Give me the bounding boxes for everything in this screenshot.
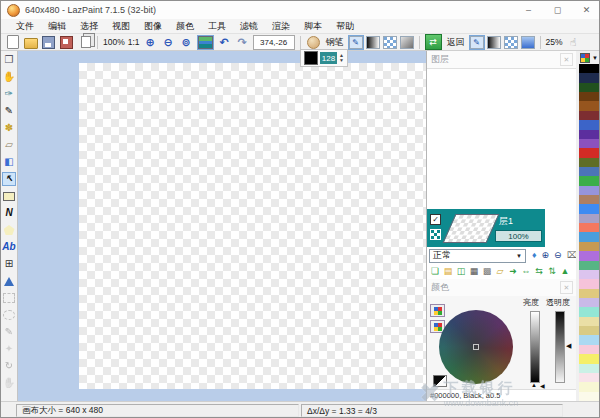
palette-swatch[interactable] — [579, 167, 600, 176]
palette-swatch[interactable] — [579, 130, 600, 139]
back-solid-style-button[interactable] — [521, 36, 535, 49]
pen-fill-style-button[interactable]: ✎ — [349, 36, 363, 49]
pen-tool[interactable]: ✎ — [2, 104, 16, 118]
pen-width-stepper[interactable]: ▲ ▼ — [339, 53, 344, 63]
zoom-level-value[interactable]: 100% — [103, 37, 125, 47]
palette-swatch[interactable] — [579, 92, 600, 101]
zoom-in-button[interactable]: ⊕ — [143, 35, 158, 50]
shift-layer-button[interactable]: ➜ — [507, 266, 519, 278]
palette-swatch[interactable] — [579, 345, 600, 354]
palette-swatch[interactable] — [579, 251, 600, 260]
open-button[interactable] — [23, 35, 38, 50]
text-tool[interactable]: Ab — [2, 240, 16, 254]
back-pattern-style-button[interactable] — [504, 36, 518, 49]
palette-swatch[interactable] — [579, 111, 600, 120]
swap-colors-button[interactable]: ⇄ — [425, 34, 442, 50]
zoom-in-layer-icon[interactable]: ⊕ — [542, 251, 550, 260]
palette-swatch[interactable] — [579, 148, 600, 157]
rotate-layer-button[interactable]: ▲ — [559, 266, 571, 278]
undo-button[interactable]: ↶ — [217, 35, 232, 50]
palette-swatch[interactable] — [579, 223, 600, 232]
palette-swatch[interactable] — [579, 176, 600, 185]
palette-swatch[interactable] — [579, 364, 600, 373]
menu-image[interactable]: 图像 — [137, 19, 169, 33]
menu-filter[interactable]: 滤镜 — [233, 19, 265, 33]
menu-tools[interactable]: 工具 — [201, 19, 233, 33]
palette-swatch[interactable] — [579, 120, 600, 129]
flip-layer-icon[interactable]: ♦ — [532, 251, 537, 260]
layer-row[interactable]: ✓ 层1 100% — [427, 209, 545, 247]
palette-swatch[interactable] — [579, 139, 600, 148]
copy-button[interactable] — [77, 35, 92, 50]
menu-script[interactable]: 脚本 — [297, 19, 329, 33]
tolerance-value[interactable]: 25% — [546, 37, 563, 47]
palette-swatch[interactable] — [579, 392, 600, 401]
erase-layer-button[interactable]: ▱ — [494, 266, 506, 278]
close-button[interactable]: ✕ — [572, 1, 600, 19]
edit-shape-tool[interactable]: ↖ — [2, 172, 16, 186]
palette-swatch[interactable] — [579, 101, 600, 110]
color-wheel[interactable] — [439, 310, 513, 384]
zoom-out-layer-icon[interactable]: ⊖ — [554, 251, 562, 260]
apply-button[interactable]: ☝ — [566, 35, 581, 50]
new-file-button[interactable] — [5, 35, 20, 50]
menu-render[interactable]: 渲染 — [265, 19, 297, 33]
color-picker-tool[interactable]: ✑ — [2, 87, 16, 101]
flip-horizontal-button[interactable]: ⇆ — [533, 266, 545, 278]
menu-file[interactable]: 文件 — [9, 19, 41, 33]
actual-size-button[interactable]: 1:1 — [128, 37, 140, 47]
palette-swatch[interactable] — [579, 279, 600, 288]
opacity-slider[interactable] — [555, 311, 565, 383]
palette-swatch[interactable] — [579, 307, 600, 316]
hand-tool[interactable]: ✋ — [2, 70, 16, 84]
pen-color-swatch[interactable] — [304, 51, 318, 65]
save-button[interactable] — [41, 35, 56, 50]
menu-edit[interactable]: 编辑 — [41, 19, 73, 33]
stretch-layer-button[interactable]: ⇔ — [520, 266, 532, 278]
palette-swatch[interactable] — [579, 270, 600, 279]
export-button[interactable] — [59, 35, 74, 50]
tool-option-button[interactable] — [306, 35, 321, 50]
menu-help[interactable]: 帮助 — [329, 19, 361, 33]
palette-swatch[interactable] — [579, 214, 600, 223]
deformation-grid-tool[interactable]: ⊞ — [2, 257, 16, 271]
palette-swatch[interactable] — [579, 382, 600, 391]
palette-swatch[interactable] — [579, 317, 600, 326]
layer-opacity-bar[interactable]: 100% — [495, 230, 542, 242]
toggle-layers-window-button[interactable] — [197, 35, 214, 50]
rectangle-tool[interactable] — [2, 189, 16, 203]
redo-button[interactable]: ↷ — [235, 35, 250, 50]
palette-swatch[interactable] — [579, 186, 600, 195]
palette-swatch[interactable] — [579, 261, 600, 270]
layers-list[interactable] — [427, 69, 577, 209]
menu-colors[interactable]: 颜色 — [169, 19, 201, 33]
rasterize-layer-button[interactable]: ▦ — [468, 266, 480, 278]
flip-vertical-button[interactable]: ⇅ — [546, 266, 558, 278]
duplicate-layer-button[interactable]: ◫ — [455, 266, 467, 278]
palette-swatch[interactable] — [579, 354, 600, 363]
layer-transparency-grid-icon[interactable] — [430, 229, 441, 240]
palette-swatch[interactable] — [579, 335, 600, 344]
merge-layer-button[interactable]: ▩ — [481, 266, 493, 278]
palette-options-icon[interactable] — [580, 53, 590, 63]
palette-swatch[interactable] — [579, 289, 600, 298]
zoom-out-button[interactable]: ⊖ — [161, 35, 176, 50]
current-color-swatch[interactable] — [433, 375, 447, 387]
back-gradient-style-button[interactable] — [487, 36, 501, 49]
back-button[interactable]: 返回 — [447, 36, 465, 49]
spin-down-icon[interactable]: ▼ — [339, 58, 344, 63]
new-layer-button[interactable]: ❏ — [429, 266, 441, 278]
layer-visible-checkbox[interactable]: ✓ — [430, 214, 441, 225]
back-fill-style-button[interactable]: ✎ — [470, 36, 484, 49]
fill-tool[interactable]: ◧ — [2, 155, 16, 169]
blend-mode-select[interactable]: 正常 ▼ — [429, 249, 526, 263]
polygon-tool[interactable] — [2, 223, 16, 237]
palette-swatch[interactable] — [579, 242, 600, 251]
layers-close-icon[interactable]: ✕ — [560, 53, 573, 66]
layer-thumbnail[interactable] — [443, 214, 500, 243]
gradient-style-button[interactable] — [366, 36, 380, 49]
palette-swatch[interactable] — [579, 83, 600, 92]
colors-close-icon[interactable]: ✕ — [560, 281, 573, 294]
palette-dropdown-icon[interactable]: ▼ — [592, 55, 598, 61]
lightness-slider[interactable] — [530, 311, 540, 383]
